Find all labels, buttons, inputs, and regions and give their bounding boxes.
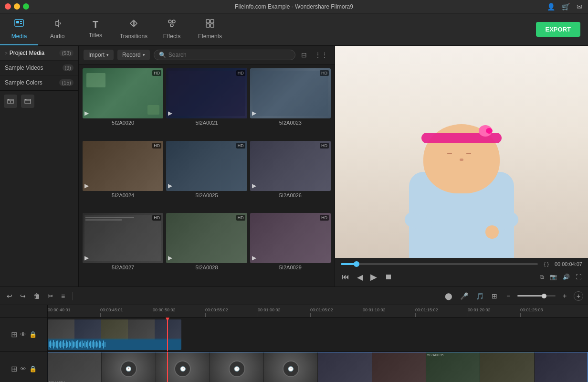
thumb-badge: HD [236,70,245,76]
export-button[interactable]: EXPORT [536,22,580,37]
zoom-slider[interactable] [517,295,556,297]
media-item[interactable]: HD ▶ 5I2A0021 [166,68,247,138]
person-icon[interactable]: 👤 [547,3,555,11]
play-button[interactable]: ▶ [369,271,378,283]
media-item[interactable]: HD ▶ 5I2A0024 [83,141,163,211]
progress-knob[interactable] [354,261,359,267]
pip-button[interactable]: ⧉ [539,273,545,281]
thumb-badge: HD [236,215,245,221]
media-item-name: 5I2A0021 [166,120,247,126]
ruler-mark: 00:00:45:01 [100,308,153,317]
sidebar-item-sample-colors[interactable]: Sample Colors (15) [0,75,78,90]
track-eye-icon[interactable]: 👁 [20,331,26,338]
tab-audio[interactable]: Audio [38,13,76,45]
tab-elements[interactable]: Elements [191,13,229,45]
timeline-toolbar: ↩ ↪ 🗑 ✂ ≡ ⬤ 🎤 🎵 ⊞ － ＋ + [0,287,588,305]
chevron-right-icon: > [5,51,8,56]
media-item-name: 5I2A0024 [83,192,163,198]
track-grid-icon[interactable]: ⊞ [11,364,17,373]
import-button[interactable]: Import ▾ [84,50,114,60]
svg-rect-9 [206,24,210,27]
clip-properties-button[interactable]: ⬤ [443,290,454,302]
window-controls [5,3,29,10]
zoom-out-button[interactable]: － [503,290,514,302]
audio-detach-button[interactable]: 🎵 [474,290,486,302]
track-lock-icon[interactable]: 🔒 [29,365,37,372]
timeline-track-headers: ⊞ 👁 🔒 ⊞ 👁 🔒 🎵 🔊 🔒 [0,305,48,382]
cut-button[interactable]: ✂ [46,290,55,302]
preview-controls: { } 00:00:04:07 ⏮ ◀ ▶ ⏹ ⧉ 📷 🔊 ⛶ [335,258,588,286]
filter-icon[interactable]: ⊟ [299,50,309,60]
close-button[interactable] [5,3,11,10]
track-eye-icon[interactable]: 👁 [20,365,26,372]
top-toolbar: Media Audio T Titles Transitions [0,13,588,46]
mail-icon[interactable]: ✉ [577,3,582,11]
sidebar-item-sample-videos[interactable]: Sample Videos (9) [0,61,78,75]
media-item[interactable]: HD ▶ 5I2A0025 [166,141,247,211]
ruler-mark: 00:00:55:02 [205,308,258,317]
thumb-badge: HD [320,215,329,221]
maximize-button[interactable] [23,3,29,10]
titlebar-action-icons: 👤 🛒 ✉ [547,3,582,11]
track-grid-icon[interactable]: ⊞ [11,330,17,339]
effects-icon [167,18,177,31]
video-track-2: 5I2A0034 🕐 🕐 🕐 🕐 [48,352,588,382]
pip-timeline-button[interactable]: ⊞ [490,290,499,302]
zoom-in-button[interactable]: ＋ [559,290,570,302]
prev-frame-button[interactable]: ⏮ [341,272,350,282]
ruler-time-label: 00:01:05:02 [310,308,333,312]
playhead[interactable] [167,318,168,351]
audio-waveform [48,339,181,350]
stop-button[interactable]: ⏹ [384,272,393,282]
add-folder-button[interactable] [4,95,17,108]
progress-bar[interactable] [341,263,538,265]
svg-rect-2 [20,21,22,22]
playhead-track2 [167,352,168,382]
tab-titles[interactable]: T Titles [76,13,115,45]
ruler-time-label: 00:00:50:02 [153,308,176,312]
media-item-name: 5I2A0027 [83,265,163,270]
play-icon: ▶ [168,182,172,189]
sidebar-project-media-count: (53) [59,50,74,56]
media-item[interactable]: HD ▶ 5I2A0026 [250,141,331,211]
ruler-time-label: 00:01:10:02 [363,308,386,312]
play-back-button[interactable]: ◀ [356,272,364,283]
timeline-area: ↩ ↪ 🗑 ✂ ≡ ⬤ 🎤 🎵 ⊞ － ＋ + ⊞ [0,286,588,382]
tab-media[interactable]: Media [0,13,38,45]
minimize-button[interactable] [14,3,20,10]
undo-button[interactable]: ↩ [5,290,14,302]
add-track-button[interactable]: + [574,291,583,301]
media-item[interactable]: HD ▶ 5I2A0029 [250,213,331,283]
more-button[interactable]: ≡ [59,290,67,302]
tab-transitions[interactable]: Transitions [115,13,153,45]
volume-button[interactable]: 🔊 [562,273,571,281]
sidebar-item-project-media[interactable]: > Project Media (53) [0,46,78,61]
video-clip-main[interactable] [48,319,181,350]
sidebar-sample-colors-label: Sample Colors [5,79,42,86]
voice-button[interactable]: 🎤 [458,290,470,302]
cart-icon[interactable]: 🛒 [562,3,570,11]
track-lock-icon[interactable]: 🔒 [29,331,37,338]
ruler-time-label: 00:01:25:03 [520,308,543,312]
media-item[interactable]: HD ▶ 5I2A0028 [166,213,247,283]
ruler-mark: 00:00:40:01 [48,308,100,317]
ruler-mark: 00:01:15:02 [415,308,468,317]
ruler-mark: 00:01:00:02 [258,308,310,317]
delete-button[interactable]: 🗑 [32,290,42,302]
elements-icon [205,18,215,31]
tab-media-label: Media [11,33,27,40]
record-button[interactable]: Record ▾ [117,50,150,60]
fullscreen-button[interactable]: ⛶ [575,273,582,281]
media-item[interactable]: HD ▶ 5I2A0027 [83,213,163,283]
media-item[interactable]: HD ▶ 5I2A0020 [83,68,163,138]
open-folder-button[interactable] [21,95,34,108]
media-item[interactable]: HD ▶ 5I2A0023 [250,68,331,138]
tab-effects[interactable]: Effects [153,13,191,45]
search-input[interactable] [168,52,290,58]
ruler-mark: 00:01:05:02 [310,308,363,317]
redo-button[interactable]: ↪ [18,290,28,302]
grid-view-icon[interactable]: ⋮⋮ [313,50,330,60]
screenshot-button[interactable]: 📷 [549,273,558,281]
ruler-mark: 00:01:10:02 [363,308,415,317]
record-chevron-icon: ▾ [143,53,145,57]
